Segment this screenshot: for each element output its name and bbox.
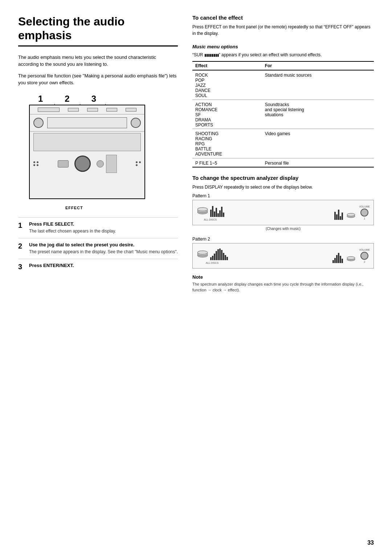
effect-label: EFFECT <box>65 206 83 210</box>
spectrum-section: To change the spectrum analyzer display … <box>192 175 374 293</box>
note-section: Note The spectrum analyzer display chang… <box>192 274 374 293</box>
pattern-1-section: Pattern 1 <box>192 193 374 231</box>
device-dots-right <box>136 161 141 166</box>
page-title: Selecting the audio emphasis <box>18 15 178 47</box>
label-1: 1 <box>38 94 43 104</box>
pattern-1-display: ALL DISCS <box>192 200 374 225</box>
effect-cell: P FILE 1~5 <box>192 158 262 167</box>
device-small-knob <box>97 160 104 167</box>
effect-cell: ROCKPOPJAZZDANCESOUL <box>192 70 262 99</box>
label-2: 2 <box>65 94 69 104</box>
step-2-content: Use the jog dial to select the preset yo… <box>29 242 178 255</box>
pattern-1-label: Pattern 1 <box>192 193 374 198</box>
col-for-header: For <box>262 61 374 70</box>
table-row: ACTIONROMANCESFDRAMASPORTS Soundtracksan… <box>192 100 374 129</box>
music-menu-section: Music menu options “SUR ▮▮▮▮▮▮▮▮” appear… <box>192 44 374 167</box>
device-display <box>47 117 127 128</box>
device-slot-1 <box>38 108 60 112</box>
effect-table: Effect For ROCKPOPJAZZDANCESOUL Standard… <box>192 61 374 167</box>
intro-paragraph-1: The audio emphasis menu lets you select … <box>18 54 178 68</box>
step-3: 3 Press ENTER/NEXT. <box>18 259 178 275</box>
device-slot-3 <box>87 108 98 112</box>
vol-knob-icon <box>360 209 368 217</box>
for-cell: Video games <box>262 129 374 158</box>
for-cell: Soundtracksand special listeningsituatio… <box>262 100 374 129</box>
step-2: 2 Use the jog dial to select the preset … <box>18 238 178 259</box>
left-column: Selecting the audio emphasis The audio e… <box>18 15 178 275</box>
cancel-text: Press EFFECT on the front panel (or the … <box>192 24 374 37</box>
svg-point-9 <box>347 257 355 259</box>
music-menu-intro: “SUR ▮▮▮▮▮▮▮▮” appears if you select an … <box>192 52 374 58</box>
device-bottom-row <box>30 153 144 175</box>
device-diagram: 1 2 3 I/☕(Power) <box>18 94 156 210</box>
page-number: 33 <box>367 540 374 546</box>
for-cell: Personal file <box>262 158 374 167</box>
spectrum-text: Press DISPLAY repeatedly to select one o… <box>192 184 374 190</box>
table-row: P FILE 1~5 Personal file <box>192 158 374 167</box>
steps-section: 1 Press FILE SELECT. The last effect cho… <box>18 217 178 275</box>
disc-icon-3 <box>196 247 209 260</box>
vol-knob-icon-2 <box>360 252 368 260</box>
step-1-number: 1 <box>18 221 25 230</box>
svg-point-4 <box>347 213 355 216</box>
pattern-2-label: Pattern 2 <box>192 237 374 242</box>
step-number-labels: 1 2 3 <box>38 94 96 104</box>
music-menu-heading: Music menu options <box>192 44 374 49</box>
note-text: The spectrum analyzer display changes ea… <box>192 281 374 293</box>
pattern-2-display: ALL DISCS <box>192 243 374 269</box>
spectrum-heading: To change the spectrum analyzer display <box>192 175 374 181</box>
pattern-2-section: Pattern 2 <box>192 237 374 269</box>
step-1-desc: The last effect chosen appears in the di… <box>29 228 178 234</box>
changes-text: (Changes with music) <box>192 227 374 231</box>
page-layout: Selecting the audio emphasis The audio e… <box>18 15 374 300</box>
table-row: SHOOTINGRACINGRPGBATTLEADVENTURE Video g… <box>192 129 374 158</box>
effect-cell: SHOOTINGRACINGRPGBATTLEADVENTURE <box>192 129 262 158</box>
device-mid-row <box>30 114 144 132</box>
label-3: 3 <box>91 94 96 104</box>
table-row: ROCKPOPJAZZDANCESOUL Standard music sour… <box>192 70 374 99</box>
step-3-number: 3 <box>18 263 25 271</box>
step-1: 1 Press FILE SELECT. The last effect cho… <box>18 217 178 238</box>
table-bottom-border <box>192 167 374 167</box>
step-2-number: 2 <box>18 242 25 250</box>
disc-icon-2 <box>346 210 356 220</box>
cancel-heading: To cancel the effect <box>192 15 374 21</box>
device-main-knob <box>74 156 91 172</box>
device-slot-5 <box>126 108 136 112</box>
svg-point-7 <box>197 251 208 254</box>
step-1-title: Press FILE SELECT. <box>29 221 178 227</box>
disc-icon-1 <box>196 204 209 217</box>
effect-cell: ACTIONROMANCESFDRAMASPORTS <box>192 100 262 129</box>
for-cell: Standard music sources <box>262 70 374 99</box>
svg-point-2 <box>197 207 208 211</box>
device-small-panel <box>58 160 69 167</box>
device-dots-left <box>33 161 38 166</box>
table-header-row: Effect For <box>192 61 374 70</box>
device-knob-right <box>131 118 141 128</box>
cancel-section: To cancel the effect Press EFFECT on the… <box>192 15 374 37</box>
device-slot-2 <box>68 108 79 112</box>
step-3-title: Press ENTER/NEXT. <box>29 263 178 268</box>
device-tray <box>33 133 141 151</box>
step-3-content: Press ENTER/NEXT. <box>29 263 178 269</box>
disc-icon-4 <box>346 253 356 263</box>
device-knob-left <box>33 118 44 128</box>
device-top-row <box>30 105 144 114</box>
step-1-content: Press FILE SELECT. The last effect chose… <box>29 221 178 234</box>
right-column: To cancel the effect Press EFFECT on the… <box>192 15 374 300</box>
note-title: Note <box>192 274 374 280</box>
col-effect-header: Effect <box>192 61 262 70</box>
step-2-title: Use the jog dial to select the preset yo… <box>29 242 178 247</box>
device-illustration <box>29 105 145 199</box>
intro-paragraph-2: The personal file function (see "Making … <box>18 72 178 86</box>
step-2-desc: The preset name appears in the display. … <box>29 249 178 255</box>
device-slot-4 <box>106 108 117 112</box>
device-side-panel <box>106 155 117 173</box>
